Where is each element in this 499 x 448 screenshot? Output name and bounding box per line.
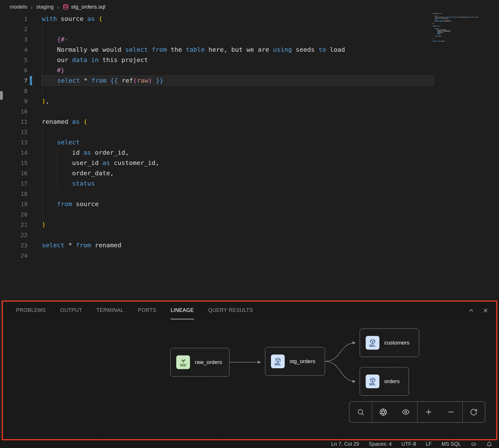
code-line-16[interactable]: order_date, (42, 168, 434, 178)
code-line-2[interactable] (42, 24, 434, 34)
line-number: 3 (0, 34, 27, 45)
code-line-24[interactable] (42, 250, 434, 261)
line-number: 20 (0, 209, 27, 220)
code-line-15[interactable]: user_id as customer_id, (42, 158, 434, 168)
code-line-8[interactable] (42, 86, 434, 96)
node-label: customers (384, 340, 409, 346)
code-token (42, 36, 57, 43)
code-token (88, 77, 91, 84)
badge-label: MDL (275, 363, 281, 366)
status-cursor-position[interactable]: Ln 7, Col 29 (331, 441, 359, 447)
line-number: 17 (0, 178, 27, 189)
plus-icon (425, 408, 433, 416)
lineage-search-button[interactable] (349, 402, 372, 422)
code-token: with (42, 15, 57, 22)
left-edge-marker (0, 91, 3, 100)
code-line-20[interactable] (42, 209, 434, 220)
model-cube-icon (370, 339, 376, 345)
line-number: 2 (0, 24, 27, 34)
status-encoding[interactable]: UTF-8 (401, 441, 416, 447)
panel-tab-problems[interactable]: PROBLEMS (16, 302, 46, 319)
code-line-12[interactable] (42, 127, 434, 137)
code-line-23[interactable]: select * from renamed (42, 240, 434, 250)
minimap-row (433, 32, 489, 33)
gutter: 123456789101112131415161718192021222324 (0, 14, 30, 261)
code-line-13[interactable]: select (42, 137, 434, 148)
panel-tab-lineage[interactable]: LINEAGE (171, 302, 194, 319)
code-token: * (84, 77, 88, 84)
chevron-right-icon: › (31, 4, 33, 10)
code-line-22[interactable] (42, 230, 434, 240)
code-token: ref (118, 77, 133, 84)
panel-tab-query-results[interactable]: QUERY RESULTS (208, 302, 253, 319)
code-token: renamed (42, 118, 72, 125)
code-editor[interactable]: 123456789101112131415161718192021222324 … (0, 14, 499, 261)
minimap-row (433, 19, 489, 20)
code-line-4[interactable]: Normally we would select from the table … (42, 45, 434, 55)
badge-label: MDL (369, 383, 376, 386)
indent-guide (42, 24, 42, 96)
minus-icon (447, 408, 455, 416)
code-line-7[interactable]: select * from {{ ref(raw) }} (42, 75, 434, 86)
lineage-zoom-out-button[interactable] (440, 402, 462, 422)
line-number: 15 (0, 158, 27, 168)
notifications-bell-button[interactable] (486, 441, 492, 447)
status-indentation[interactable]: Spaces: 4 (369, 441, 392, 447)
breadcrumb-item-staging[interactable]: staging (36, 4, 54, 10)
code-line-3[interactable]: {#- (42, 34, 434, 45)
lineage-node-orders[interactable]: MDLorders (360, 367, 409, 396)
copilot-status-button[interactable] (471, 441, 477, 447)
code-line-1[interactable]: with source as ( (42, 14, 434, 24)
model-badge: MDL (366, 375, 379, 388)
minimap-row (433, 39, 489, 40)
code-line-10[interactable] (42, 106, 434, 117)
code-token: select (42, 242, 64, 249)
code-line-9[interactable]: ), (42, 96, 434, 106)
code-line-17[interactable]: status (42, 178, 434, 189)
line-number: 22 (0, 230, 27, 240)
seed-badge: SED (176, 355, 190, 369)
code-token: using (273, 46, 292, 53)
close-panel-button[interactable] (482, 307, 489, 314)
breadcrumb-item-models[interactable]: models (10, 4, 27, 10)
code-line-6[interactable]: #} (42, 65, 434, 75)
code-token: table (186, 46, 205, 53)
chevron-right-icon: › (57, 4, 59, 10)
code-line-11[interactable]: renamed as ( (42, 117, 434, 127)
model-cube-icon (275, 357, 281, 363)
minimap[interactable] (433, 13, 489, 43)
code-token: source (57, 15, 87, 22)
maximize-panel-button[interactable] (468, 307, 474, 314)
minimap-row (433, 17, 489, 17)
lineage-aperture-button[interactable] (372, 402, 395, 422)
line-number: 23 (0, 240, 27, 250)
code-token (42, 139, 57, 146)
lineage-canvas[interactable]: SEDraw_ordersMDLstg_ordersMDLcustomersMD… (3, 319, 496, 439)
lineage-refresh-button[interactable] (462, 402, 485, 422)
code-token: as (87, 15, 95, 22)
breadcrumb-file[interactable]: stg_orders.sql (63, 4, 105, 10)
panel-tabs: PROBLEMSOUTPUTTERMINALPORTSLINEAGEQUERY … (16, 302, 253, 319)
code-line-21[interactable]: ) (42, 220, 434, 230)
panel-tab-terminal[interactable]: TERMINAL (96, 302, 124, 319)
minimap-row (433, 28, 489, 29)
code-token: renamed (91, 242, 121, 249)
code-token (152, 77, 156, 84)
code-line-5[interactable]: our data in this project (42, 55, 434, 65)
code-token (42, 67, 57, 74)
code-line-18[interactable] (42, 189, 434, 199)
line-number: 4 (0, 45, 27, 55)
panel-tab-ports[interactable]: PORTS (138, 302, 156, 319)
model-badge: MDL (366, 336, 379, 350)
lineage-node-customers[interactable]: MDLcustomers (360, 328, 419, 357)
minimap-row (433, 21, 489, 21)
lineage-zoom-in-button[interactable] (417, 402, 440, 422)
status-eol[interactable]: LF (426, 441, 432, 447)
lineage-visibility-button[interactable] (395, 402, 417, 422)
status-language-mode[interactable]: MS SQL (441, 441, 461, 447)
code-line-19[interactable]: from source (42, 199, 434, 209)
panel-tab-output[interactable]: OUTPUT (60, 302, 82, 319)
lineage-node-stg_orders[interactable]: MDLstg_orders (265, 347, 325, 376)
lineage-node-raw_orders[interactable]: SEDraw_orders (170, 348, 229, 377)
code-line-14[interactable]: id as order_id, (42, 148, 434, 158)
